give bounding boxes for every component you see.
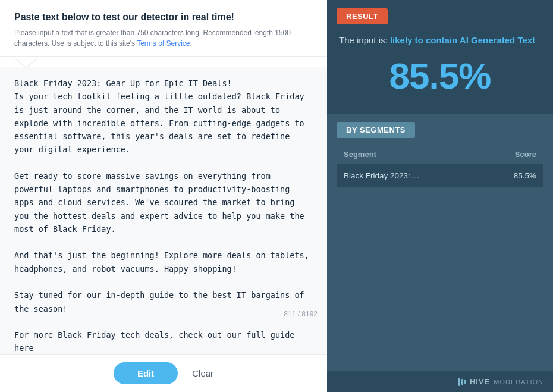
result-highlight: likely to contain AI Generated Text <box>390 35 535 45</box>
hive-bar-1 <box>458 378 460 386</box>
result-label: RESULT <box>337 8 388 24</box>
result-section: RESULT The input is: likely to contain A… <box>327 0 553 114</box>
hive-brand: HIVE <box>470 377 490 386</box>
segments-label: BY SEGMENTS <box>337 122 415 138</box>
page-title: Paste text below to test our detector in… <box>14 12 313 23</box>
bubble-tail <box>14 57 38 67</box>
clear-button[interactable]: Clear <box>192 368 213 378</box>
left-panel: Paste text below to test our detector in… <box>0 0 327 392</box>
result-intro: The input is: <box>339 35 390 45</box>
col-segment: Segment <box>337 145 483 164</box>
subtitle-text: Please input a text that is greater than… <box>14 27 313 49</box>
hive-bar-2 <box>461 379 463 385</box>
edit-button[interactable]: Edit <box>114 362 178 384</box>
segment-cell: Black Friday 2023: ... <box>337 164 483 187</box>
result-body: The input is: likely to contain AI Gener… <box>327 24 553 114</box>
score-cell: 85.5% <box>483 164 543 187</box>
segments-table: Segment Score Black Friday 2023: ...85.5… <box>337 145 543 187</box>
text-input[interactable]: Black Friday 2023: Gear Up for Epic IT D… <box>0 67 327 354</box>
tos-link[interactable]: Terms of Service <box>137 39 190 48</box>
right-panel: RESULT The input is: likely to contain A… <box>327 0 553 392</box>
hive-icon <box>458 378 466 386</box>
result-text: The input is: likely to contain AI Gener… <box>339 34 541 48</box>
left-header: Paste text below to test our detector in… <box>0 0 327 57</box>
char-count: 811 / 8192 <box>284 310 318 318</box>
hive-sub: MODERATION <box>494 378 543 385</box>
segments-header-row: Segment Score <box>337 145 543 164</box>
hive-logo: HIVE MODERATION <box>458 377 543 386</box>
result-percent: 85.5% <box>339 55 541 97</box>
textarea-container: Black Friday 2023: Gear Up for Epic IT D… <box>0 67 327 354</box>
col-score: Score <box>483 145 543 164</box>
table-row: Black Friday 2023: ...85.5% <box>337 164 543 187</box>
right-footer: HIVE MODERATION <box>327 371 553 392</box>
segments-section: BY SEGMENTS Segment Score Black Friday 2… <box>327 114 553 372</box>
hive-bar-3 <box>464 380 466 384</box>
bottom-bar: Edit Clear <box>0 354 327 392</box>
